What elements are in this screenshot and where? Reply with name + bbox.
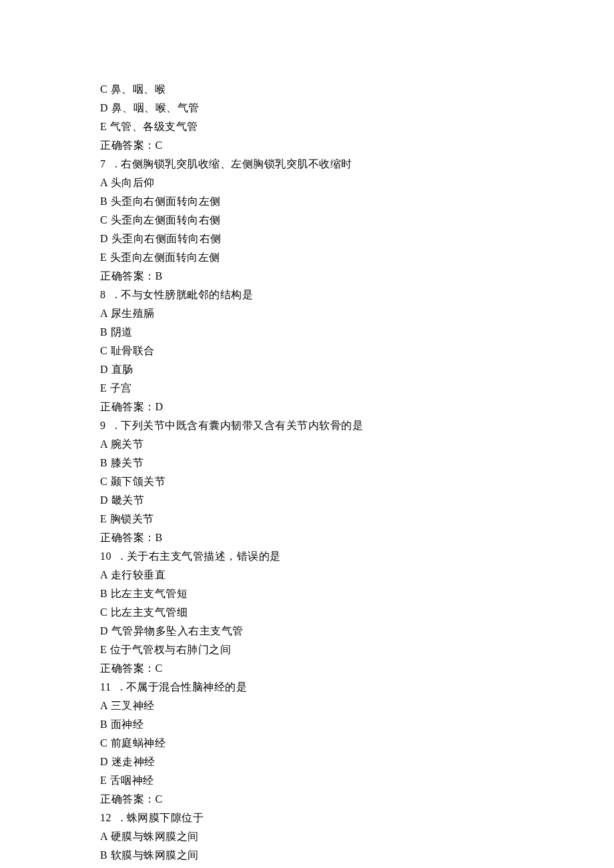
option-e: E 胸锁关节 bbox=[100, 510, 514, 528]
correct-answer: 正确答案：C bbox=[100, 790, 514, 809]
option-e: E 子宫 bbox=[100, 379, 514, 398]
option-a: A 走行较垂直 bbox=[100, 566, 514, 584]
option-b: B 阴道 bbox=[100, 323, 514, 342]
option-e: E 位于气管杈与右肺门之间 bbox=[100, 640, 514, 659]
option-c: C 耻骨联合 bbox=[100, 342, 514, 360]
option-a: A 硬膜与蛛网膜之间 bbox=[100, 827, 514, 846]
option-a: A 三叉神经 bbox=[100, 697, 514, 715]
option-d: D 畿关节 bbox=[100, 491, 514, 510]
option-d: D 迷走神经 bbox=[100, 753, 514, 771]
option-a: A 头向后仰 bbox=[100, 173, 514, 192]
option-e: E 头歪向左侧面转向左侧 bbox=[100, 248, 514, 267]
question-11: 11 . 不属于混合性脑神经的是 bbox=[100, 678, 514, 697]
correct-answer: 正确答案：B bbox=[100, 267, 514, 286]
option-d: D 直肠 bbox=[100, 360, 514, 379]
question-9: 9 . 下列关节中既含有囊内韧带又含有关节内软骨的是 bbox=[100, 416, 514, 435]
option-a: A 腕关节 bbox=[100, 435, 514, 454]
correct-answer: 正确答案：C bbox=[100, 136, 514, 155]
question-10: 10 . 关于右主支气管描述，错误的是 bbox=[100, 547, 514, 566]
option-b: B 膝关节 bbox=[100, 454, 514, 472]
option-c: C 比左主支气管细 bbox=[100, 603, 514, 622]
question-12: 12 . 蛛网膜下隙位于 bbox=[100, 809, 514, 827]
option-b: B 比左主支气管短 bbox=[100, 584, 514, 603]
option-c: C 前庭蜗神经 bbox=[100, 734, 514, 753]
option-d: D 气管异物多坠入右主支气管 bbox=[100, 622, 514, 640]
option-c: C 硬膜与骨膜之间 bbox=[100, 865, 514, 868]
correct-answer: 正确答案：D bbox=[100, 398, 514, 416]
option-e: E 气管、各级支气管 bbox=[100, 117, 514, 136]
option-c: C 鼻、咽、喉 bbox=[100, 80, 514, 99]
option-b: B 头歪向右侧面转向左侧 bbox=[100, 192, 514, 211]
correct-answer: 正确答案：B bbox=[100, 528, 514, 547]
option-d: D 头歪向右侧面转向右侧 bbox=[100, 230, 514, 248]
option-e: E 舌咽神经 bbox=[100, 771, 514, 790]
correct-answer: 正确答案：C bbox=[100, 659, 514, 678]
option-a: A 尿生殖膈 bbox=[100, 304, 514, 323]
question-7: 7 . 右侧胸锁乳突肌收缩、左侧胸锁乳突肌不收缩时 bbox=[100, 155, 514, 173]
option-c: C 头歪向左侧面转向右侧 bbox=[100, 211, 514, 230]
option-c: C 颞下颌关节 bbox=[100, 472, 514, 491]
document-page: C 鼻、咽、喉 D 鼻、咽、喉、气管 E 气管、各级支气管 正确答案：C 7 .… bbox=[0, 0, 614, 868]
option-b: B 软膜与蛛网膜之间 bbox=[100, 846, 514, 865]
option-d: D 鼻、咽、喉、气管 bbox=[100, 99, 514, 117]
question-8: 8 . 不与女性膀胱毗邻的结构是 bbox=[100, 286, 514, 304]
option-b: B 面神经 bbox=[100, 715, 514, 734]
